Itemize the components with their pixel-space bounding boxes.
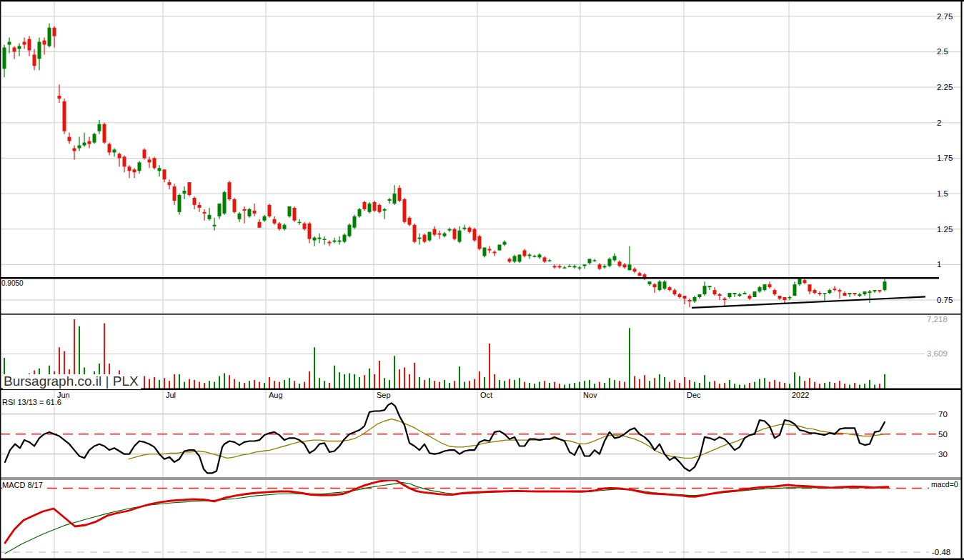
price-tick-label: 2.25 (937, 83, 953, 91)
rsi-line (5, 403, 885, 473)
x-axis-label-2022: 2022 (792, 391, 809, 399)
rsi-tick-label: 30 (938, 450, 948, 459)
rsi-tick-label: 70 (938, 410, 948, 419)
price-gridlines (0, 16, 961, 354)
rsi-ma-line (129, 419, 885, 459)
panel-borders (0, 0, 964, 560)
month-gridlines (54, 1, 789, 559)
price-tick-label: 0.75 (937, 296, 953, 304)
macd-levels (0, 489, 929, 553)
x-axis-label-jul: Jul (166, 391, 176, 399)
macd-indicator-label: MACD 8/17 (2, 481, 43, 489)
x-axis-label-nov: Nov (583, 391, 597, 399)
x-axis-month-labels: JunJulAugSepOctNovDec2022 (57, 391, 809, 399)
volume-tick-label: 7,218 (927, 315, 948, 324)
x-axis-label-sep: Sep (377, 391, 391, 399)
macd-min-label: -0.48 (932, 548, 950, 556)
price-level-label: 0.9050 (1, 279, 24, 287)
y-axis-volume-labels: 7,2183,609 (927, 315, 948, 358)
watermark-title: Bursagraph.co.il | PLX (3, 374, 141, 389)
x-axis-label-dec: Dec (687, 391, 701, 399)
price-tick-label: 2.75 (937, 12, 953, 21)
price-tick-label: 1.25 (937, 225, 953, 234)
x-axis-label-aug: Aug (269, 391, 283, 399)
chart-canvas[interactable]: 2.752.52.2521.751.51.2510.757,2183,60970… (0, 0, 964, 560)
rsi-levels (0, 414, 936, 454)
rsi-indicator-label: RSI 13/13 = 61.6 (2, 398, 61, 406)
chart-window: 2.752.52.2521.751.51.2510.757,2183,60970… (0, 0, 964, 560)
macd-zero-label: macd=0 (931, 480, 958, 489)
volume-tick-label: 3,609 (927, 349, 948, 358)
x-axis-label-oct: Oct (480, 391, 492, 399)
price-tick-label: 2.5 (937, 47, 948, 56)
rsi-tick-label: 50 (938, 430, 948, 439)
y-axis-price-labels: 2.752.52.2521.751.51.2510.75 (937, 12, 953, 304)
price-tick-label: 1.5 (937, 189, 948, 198)
y-axis-rsi-labels: 705030 (938, 410, 948, 459)
macd-signal-line (5, 483, 888, 554)
price-tick-label: 2 (937, 119, 941, 127)
price-tick-label: 1 (937, 260, 941, 269)
price-tick-label: 1.75 (937, 154, 953, 162)
y-axis-macd-labels: macd=0-0.48 (931, 480, 958, 557)
